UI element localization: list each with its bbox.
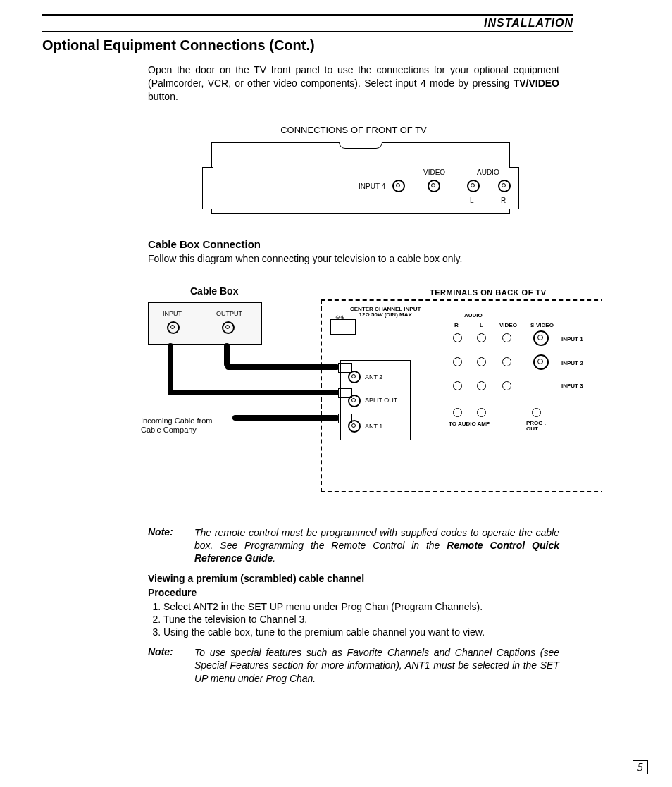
jack-v1-icon (502, 333, 511, 342)
audio-r-label: R (501, 197, 506, 204)
note-1: Note: The remote control must be program… (148, 526, 559, 565)
cci-line2: 12Ω 50W (DIN) MAX (359, 311, 412, 318)
audio-l-label: L (470, 197, 474, 204)
split-label: SPLIT OUT (365, 397, 397, 404)
jack-amp-l-icon (477, 408, 486, 417)
input4-jack-icon (392, 180, 405, 192)
cb-input-label: INPUT (163, 310, 182, 317)
note2-text: To use special features such as Favorite… (194, 646, 559, 685)
antenna-box: ANT 2 SPLIT OUT ANT 1 (340, 360, 411, 440)
front-panel-diagram: INPUT 4 VIDEO AUDIO L R (211, 142, 510, 214)
jack-l2-icon (477, 357, 486, 366)
cb-output-jack-icon (222, 321, 235, 334)
jack-prog-icon (532, 408, 541, 417)
input1-label: INPUT 1 (561, 336, 583, 342)
terminals-title: TERMINALS ON BACK OF TV (430, 288, 547, 297)
ant1-jack-icon (348, 420, 361, 433)
jack-r3-icon (453, 381, 462, 390)
cb-output-label: OUTPUT (216, 310, 242, 317)
cable-output-drop (224, 343, 230, 367)
split-jack-icon (348, 395, 361, 407)
jack-v3-icon (502, 381, 511, 390)
procedure-step: Select ANT2 in the SET UP menu under Pro… (163, 601, 559, 612)
to-audio-amp-label: TO AUDIO AMP (449, 421, 490, 427)
jack-l3-icon (477, 381, 486, 390)
center-channel-label: CENTER CHANNEL INPUT 12Ω 50W (DIN) MAX (350, 306, 421, 319)
audio-r-jack-icon (498, 180, 511, 192)
cable-input-drop (168, 343, 173, 394)
audio-group-label: AUDIO (464, 312, 483, 318)
procedure-label: Procedure (148, 587, 559, 598)
terminal-block-icon: ⊖⊕ (330, 319, 356, 335)
cb-input-jack-icon (167, 321, 180, 334)
input4-label: INPUT 4 (359, 182, 385, 190)
jack-r1-icon (453, 333, 462, 342)
l-label: L (480, 322, 483, 328)
input3-label: INPUT 3 (561, 383, 583, 389)
ant2-jack-icon (348, 371, 361, 383)
svideo-label: S-VIDEO (530, 322, 554, 328)
video-jack-icon (428, 180, 440, 192)
back-panel-diagram: Cable Box TERMINALS ON BACK OF TV INPUT … (148, 285, 559, 518)
svideo2-jack-icon (533, 354, 549, 370)
cable-box: INPUT OUTPUT (148, 302, 262, 345)
cci-line1: CENTER CHANNEL INPUT (350, 306, 421, 312)
ant1-label: ANT 1 (365, 423, 382, 430)
jack-v2-icon (502, 357, 511, 366)
audio-label: AUDIO (477, 168, 499, 176)
procedure-step: Tune the television to Channel 3. (163, 614, 559, 625)
note-2: Note: To use special features such as Fa… (148, 646, 559, 685)
tv-back-panel: CENTER CHANNEL INPUT 12Ω 50W (DIN) MAX ⊖… (321, 299, 602, 492)
audio-l-jack-icon (467, 180, 480, 192)
note2-label: Note: (148, 646, 182, 685)
svideo1-jack-icon (533, 330, 549, 346)
viewing-heading: Viewing a premium (scrambled) cable chan… (148, 573, 559, 584)
procedure-list: Select ANT2 in the SET UP menu under Pro… (163, 601, 559, 638)
front-diagram-title: CONNECTIONS OF FRONT OF TV (148, 125, 559, 135)
page-title: Optional Equipment Connections (Cont.) (42, 37, 573, 54)
incoming-cable-label: Incoming Cable from Cable Company (141, 416, 232, 435)
note1-post: . (273, 552, 275, 564)
video-group-label: VIDEO (499, 322, 517, 328)
intro-post: button. (148, 91, 178, 102)
jack-l1-icon (477, 333, 486, 342)
r-label: R (454, 322, 459, 328)
header-section: INSTALLATION (42, 17, 573, 32)
jack-amp-r-icon (453, 408, 462, 417)
video-label: VIDEO (423, 168, 445, 176)
input2-label: INPUT 2 (561, 360, 583, 366)
procedure-step: Using the cable box, tune to the premium… (163, 626, 559, 638)
intro-bold: TV/VIDEO (514, 78, 559, 89)
note1-label: Note: (148, 526, 182, 565)
cable-box-title: Cable Box (190, 285, 238, 297)
jack-r2-icon (453, 357, 462, 366)
intro-pre: Open the door on the TV front panel to u… (148, 64, 559, 89)
cable-input-split (168, 390, 340, 395)
intro-paragraph: Open the door on the TV front panel to u… (148, 63, 559, 104)
prog-out-label: PROG . OUT (526, 421, 554, 432)
cable-box-text: Follow this diagram when connecting your… (148, 253, 559, 264)
cable-box-heading: Cable Box Connection (148, 238, 559, 250)
ant2-label: ANT 2 (365, 373, 382, 380)
